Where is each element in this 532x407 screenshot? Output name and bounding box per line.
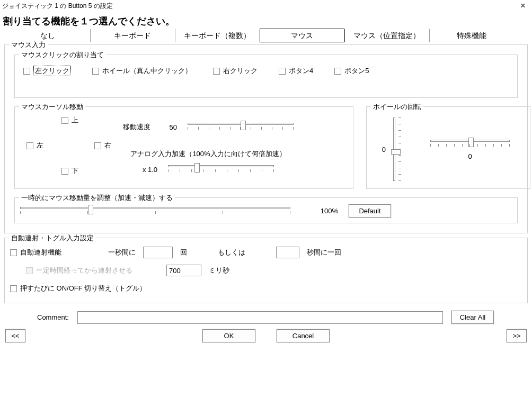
clear-all-button[interactable]: Clear All (451, 311, 494, 324)
wheel-click-checkbox[interactable]: ホイール（真ん中クリック） (92, 66, 192, 76)
delay-checkbox: 一定時間経ってから連射させる (26, 266, 132, 275)
cancel-button[interactable]: Cancel (277, 329, 330, 342)
dpad-down-label: 下 (72, 166, 78, 176)
comment-row: Comment: Clear All (0, 307, 532, 326)
comment-input[interactable] (77, 311, 443, 324)
autofire-legend: 自動連射・トグル入力設定 (9, 233, 96, 243)
per-sec-pre: 一秒間に (108, 248, 136, 257)
toggle-label: 押すたびに ON/OFF 切り替え（トグル） (20, 284, 146, 293)
prev-button[interactable]: << (5, 329, 25, 342)
autofire-enable-checkbox[interactable]: 自動連射機能 (10, 248, 61, 257)
per-sec-suf: 回 (180, 248, 187, 257)
ok-button[interactable]: OK (202, 329, 255, 342)
speed-label: 移動速度 (123, 122, 150, 132)
wheel-rotation-group: ホイールの回転 0 0 (366, 106, 530, 189)
tab-keyboard[interactable]: キーボード (90, 29, 175, 42)
wheel-rotation-legend: ホイールの回転 (371, 102, 423, 112)
button4-label: ボタン4 (289, 66, 313, 76)
temp-adjust-slider[interactable] (20, 206, 290, 216)
analog-slider[interactable] (168, 164, 274, 175)
speed-value: 50 (161, 123, 177, 131)
autofire-group: 自動連射・トグル入力設定 自動連射機能 一秒間に 回 もしくは 秒間に一回 一定… (4, 238, 528, 303)
dpad-up-label: 上 (72, 115, 78, 125)
click-assign-legend: マウスクリックの割り当て (19, 50, 106, 60)
comment-label: Comment: (37, 313, 69, 321)
delay-label: 一定時間経ってから連射させる (36, 266, 132, 275)
wheel-h-slider[interactable] (430, 139, 510, 149)
temp-adjust-legend: 一時的にマウス移動量を調整（加速・減速）する (19, 193, 175, 203)
tab-keyboard-multi[interactable]: キーボード（複数） (175, 29, 260, 42)
dpad-up-checkbox[interactable]: 上 (61, 115, 78, 125)
or-label: もしくは (218, 248, 245, 257)
analog-value: x 1.0 (143, 166, 157, 174)
right-click-checkbox[interactable]: 右クリック (213, 66, 258, 76)
temp-adjust-value: 100% (301, 207, 338, 215)
wheel-v-value: 0 (376, 146, 386, 153)
click-assign-group: マウスクリックの割り当て 左クリック ホイール（真ん中クリック） 右クリック ボ… (14, 55, 518, 98)
next-button[interactable]: >> (507, 329, 527, 342)
dpad-left-checkbox[interactable]: 左 (26, 141, 43, 150)
per-interval-suf: 秒間に一回 (307, 248, 341, 257)
delay-input[interactable] (166, 265, 201, 276)
cursor-move-group: マウスカーソル移動 上 下 左 右 (14, 106, 353, 189)
instruction-text: 割り当てる機能を１つ選んでください。 (0, 12, 532, 29)
delay-unit: ミリ秒 (209, 266, 229, 275)
footer: << OK Cancel >> (0, 326, 532, 346)
per-sec-input[interactable] (143, 247, 173, 258)
autofire-enable-label: 自動連射機能 (20, 248, 61, 257)
close-icon[interactable]: × (515, 2, 531, 10)
dpad: 上 下 左 右 (20, 112, 121, 181)
temp-adjust-group: 一時的にマウス移動量を調整（加速・減速）する 100% Default (14, 197, 518, 223)
wheel-click-label: ホイール（真ん中クリック） (102, 66, 192, 76)
mouse-input-legend: マウス入力 (9, 40, 48, 50)
right-click-label: 右クリック (223, 66, 258, 76)
left-click-label: 左クリック (33, 66, 71, 76)
tab-special[interactable]: 特殊機能 (429, 29, 514, 42)
left-click-checkbox[interactable]: 左クリック (23, 66, 71, 76)
mouse-input-group: マウス入力 マウスクリックの割り当て 左クリック ホイール（真ん中クリック） 右… (4, 44, 528, 233)
speed-slider[interactable] (188, 122, 294, 132)
tab-mouse-pos[interactable]: マウス（位置指定） (344, 29, 429, 42)
wheel-h-value: 0 (468, 152, 472, 160)
dpad-left-label: 左 (37, 141, 43, 150)
toggle-checkbox[interactable]: 押すたびに ON/OFF 切り替え（トグル） (10, 284, 146, 293)
dpad-down-checkbox[interactable]: 下 (61, 166, 78, 176)
per-interval-input[interactable] (276, 247, 299, 258)
dpad-right-checkbox[interactable]: 右 (94, 141, 111, 150)
titlebar: ジョイスティック 1 の Button 5 の設定 × (0, 0, 532, 12)
button4-checkbox[interactable]: ボタン4 (279, 66, 313, 76)
button5-label: ボタン5 (344, 66, 369, 76)
window-title: ジョイスティック 1 の Button 5 の設定 (2, 2, 113, 11)
wheel-v-slider[interactable] (391, 117, 404, 181)
analog-label: アナログ入力加速（100%入力に向けて何倍加速） (123, 149, 294, 159)
button5-checkbox[interactable]: ボタン5 (334, 66, 369, 76)
tab-bar: なし キーボード キーボード（複数） マウス マウス（位置指定） 特殊機能 (0, 29, 532, 42)
dpad-right-label: 右 (104, 141, 111, 150)
cursor-move-legend: マウスカーソル移動 (19, 102, 85, 112)
tab-mouse[interactable]: マウス (260, 29, 344, 42)
default-button[interactable]: Default (349, 204, 391, 218)
